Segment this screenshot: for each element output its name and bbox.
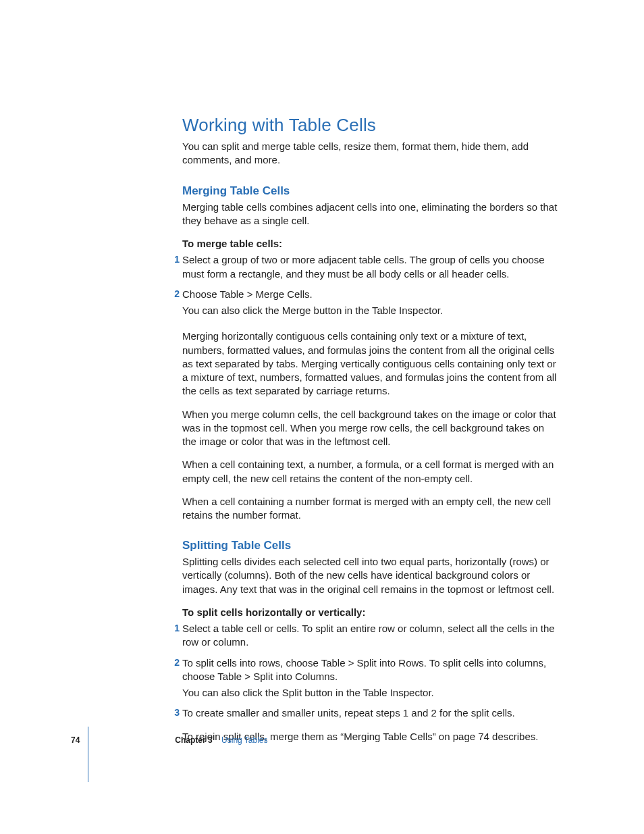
page-footer: 74 Chapter 3 Using Tables xyxy=(71,735,268,746)
instructions-label-merge: To merge table cells: xyxy=(182,237,560,251)
section-heading-merging: Merging Table Cells xyxy=(182,184,560,199)
merge-step-2: 2 Choose Table > Merge Cells. You can al… xyxy=(182,288,560,318)
step-number: 1 xyxy=(170,253,180,266)
step-text: Choose Table > Merge Cells. xyxy=(182,288,560,301)
section-desc-merging: Merging table cells combines adjacent ce… xyxy=(182,201,560,228)
merge-paragraph-2: When you merge column cells, the cell ba… xyxy=(182,408,560,449)
split-step-1: 1 Select a table cell or cells. To split… xyxy=(182,622,560,650)
page: Working with Table Cells You can split a… xyxy=(0,0,644,834)
content-column: Working with Table Cells You can split a… xyxy=(182,113,560,750)
page-heading: Working with Table Cells xyxy=(182,113,560,137)
step-number: 3 xyxy=(170,706,180,719)
chapter-label: Chapter 3 xyxy=(175,735,212,745)
merge-step-1: 1 Select a group of two or more adjacent… xyxy=(182,253,560,281)
step-text: Select a group of two or more adjacent t… xyxy=(182,253,560,281)
merge-paragraph-1: Merging horizontally contiguous cells co… xyxy=(182,330,560,398)
step-text: To create smaller and smaller units, rep… xyxy=(182,706,560,720)
section-heading-splitting: Splitting Table Cells xyxy=(182,538,560,554)
intro-paragraph: You can split and merge table cells, res… xyxy=(182,140,560,167)
step-number: 1 xyxy=(170,622,180,635)
chapter-title: Using Tables xyxy=(221,735,267,745)
merge-paragraph-3: When a cell containing text, a number, a… xyxy=(182,458,560,486)
step-text: To split cells into rows, choose Table >… xyxy=(182,656,560,684)
split-step-2: 2 To split cells into rows, choose Table… xyxy=(182,656,560,700)
section-desc-splitting: Splitting cells divides each selected ce… xyxy=(182,555,560,596)
step-text: Select a table cell or cells. To split a… xyxy=(182,622,560,650)
chapter-ref: Chapter 3 Using Tables xyxy=(175,735,267,746)
step-followup: You can also click the Merge button in t… xyxy=(182,304,560,317)
instructions-label-split: To split cells horizontally or verticall… xyxy=(182,606,560,619)
merge-paragraph-4: When a cell containing a number format i… xyxy=(182,495,560,523)
page-number: 74 xyxy=(71,735,80,746)
step-number: 2 xyxy=(170,288,180,301)
step-followup: You can also click the Split button in t… xyxy=(182,686,560,700)
step-number: 2 xyxy=(170,656,180,669)
